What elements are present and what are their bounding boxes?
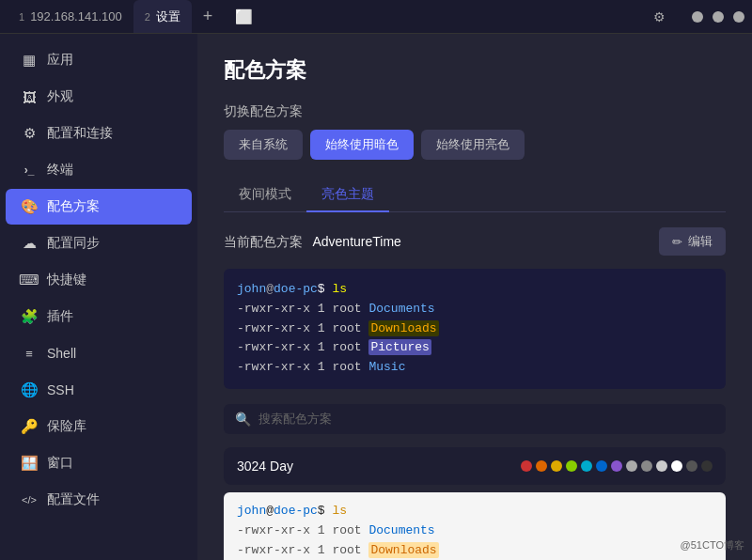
content-area: 配色方案 切换配色方案 来自系统 始终使用暗色 始终使用亮色 夜间模式 亮色主题… — [197, 34, 752, 560]
sidebar-item-vault-label: 保险库 — [47, 418, 86, 435]
plugins-icon: 🧩 — [21, 308, 38, 325]
tab-1-label: 192.168.141.100 — [30, 9, 122, 23]
switch-always-light[interactable]: 始终使用亮色 — [421, 130, 525, 160]
terminal-preview-dark: john@doe-pc$ ls -rwxr-xr-x 1 root Docume… — [224, 269, 726, 389]
switch-from-system[interactable]: 来自系统 — [224, 130, 303, 160]
titlebar: 1 192.168.141.100 2 设置 + ⬜ ⚙ − □ ✕ — [0, 0, 752, 34]
scheme-card-3024day[interactable]: 3024 Day — [224, 447, 726, 485]
dot-lgray — [626, 460, 637, 472]
terminal-preview-light: john@doe-pc$ ls -rwxr-xr-x 1 root Docume… — [224, 492, 726, 560]
switch-always-dark[interactable]: 始终使用暗色 — [310, 130, 414, 160]
sidebar-item-appearance-label: 外观 — [47, 88, 73, 105]
sidebar-item-shell[interactable]: ≡ Shell — [6, 335, 192, 371]
sidebar: ▦ 应用 🖼 外观 ⚙ 配置和连接 ›_ 终端 🎨 配色方案 ☁ 配置同步 ⌨ … — [0, 34, 197, 560]
sidebar-item-terminal[interactable]: ›_ 终端 — [6, 152, 192, 188]
watermark: @51CTO博客 — [681, 538, 744, 552]
lt-user: john — [237, 504, 266, 518]
theme-tabs: 夜间模式 亮色主题 — [224, 179, 726, 212]
switch-section-label: 切换配色方案 — [224, 103, 726, 120]
current-scheme-info: 当前配色方案 AdventureTime — [224, 233, 401, 251]
edit-button[interactable]: ✏ 编辑 — [659, 227, 726, 256]
sidebar-item-shortcuts[interactable]: ⌨ 快捷键 — [6, 262, 192, 298]
titlebar-icons: ⚙ − □ ✕ — [653, 9, 744, 24]
sidebar-item-colorscheme[interactable]: 🎨 配色方案 — [6, 189, 192, 225]
color-dots — [521, 460, 713, 472]
search-icon: 🔍 — [235, 412, 251, 427]
sidebar-item-ssh-label: SSH — [47, 382, 74, 397]
search-input[interactable] — [258, 412, 714, 426]
sidebar-item-sync-label: 配置同步 — [47, 235, 100, 252]
dot-green — [566, 460, 577, 472]
sidebar-item-vault[interactable]: 🔑 保险库 — [6, 409, 192, 444]
sidebar-item-plugins-label: 插件 — [47, 308, 73, 325]
shell-icon: ≡ — [21, 345, 38, 362]
current-scheme-label: 当前配色方案 — [224, 234, 303, 249]
dot-cyan — [581, 460, 592, 472]
window-controls: − □ ✕ — [692, 11, 744, 23]
tab-night-mode[interactable]: 夜间模式 — [224, 179, 306, 212]
sidebar-item-apps-label: 应用 — [47, 52, 73, 69]
close-button[interactable]: ✕ — [733, 11, 744, 23]
tab-light-theme[interactable]: 亮色主题 — [306, 179, 389, 212]
gear-icon[interactable]: ⚙ — [653, 9, 666, 24]
edit-label: 编辑 — [688, 233, 713, 250]
dot-red — [521, 460, 532, 472]
dot-orange — [536, 460, 547, 472]
sync-icon: ☁ — [21, 235, 38, 252]
sidebar-item-terminal-label: 终端 — [47, 162, 73, 179]
sidebar-item-configfile[interactable]: </> 配置文件 — [6, 482, 192, 518]
minimize-button[interactable]: − — [692, 11, 703, 23]
sidebar-item-colorscheme-label: 配色方案 — [47, 198, 100, 215]
scheme-card-name: 3024 Day — [237, 459, 293, 474]
dot-gray — [641, 460, 652, 472]
tab-2-label: 设置 — [156, 8, 180, 25]
apps-icon: ▦ — [21, 52, 38, 69]
dot-blue — [596, 460, 607, 472]
sidebar-item-plugins[interactable]: 🧩 插件 — [6, 299, 192, 334]
sidebar-item-shortcuts-label: 快捷键 — [47, 272, 86, 288]
dot-black — [701, 460, 713, 472]
current-scheme-name: AdventureTime — [312, 234, 400, 249]
sidebar-item-configfile-label: 配置文件 — [47, 491, 100, 508]
vault-icon: 🔑 — [21, 418, 38, 435]
dot-dgray — [686, 460, 697, 472]
colorscheme-icon: 🎨 — [21, 198, 38, 215]
windows-icon[interactable]: ⬜ — [224, 0, 264, 33]
sidebar-item-config-label: 配置和连接 — [47, 125, 113, 142]
sidebar-item-sync[interactable]: ☁ 配置同步 — [6, 226, 192, 261]
maximize-button[interactable]: □ — [713, 11, 724, 23]
config-icon: ⚙ — [21, 125, 38, 142]
tab-1-num: 1 — [19, 11, 24, 23]
dot-silver — [656, 460, 667, 472]
switch-row: 来自系统 始终使用暗色 始终使用亮色 — [224, 130, 726, 160]
window-icon: 🪟 — [21, 455, 38, 472]
page-title: 配色方案 — [224, 56, 726, 85]
sidebar-item-appearance[interactable]: 🖼 外观 — [6, 79, 192, 115]
search-row: 🔍 — [224, 404, 726, 434]
sidebar-item-config[interactable]: ⚙ 配置和连接 — [6, 116, 192, 151]
tab-2-num: 2 — [145, 11, 150, 23]
sidebar-item-window-label: 窗口 — [47, 455, 73, 472]
tab-2[interactable]: 2 设置 — [133, 0, 192, 33]
current-scheme-row: 当前配色方案 AdventureTime ✏ 编辑 — [224, 227, 726, 256]
sidebar-item-ssh[interactable]: 🌐 SSH — [6, 372, 192, 408]
edit-pencil-icon: ✏ — [672, 235, 682, 249]
main-layout: ▦ 应用 🖼 外观 ⚙ 配置和连接 ›_ 终端 🎨 配色方案 ☁ 配置同步 ⌨ … — [0, 34, 752, 560]
sidebar-item-apps[interactable]: ▦ 应用 — [6, 42, 192, 78]
configfile-icon: </> — [21, 491, 38, 508]
dot-white — [671, 460, 682, 472]
sidebar-item-shell-label: Shell — [47, 346, 76, 361]
shortcuts-icon: ⌨ — [21, 272, 38, 288]
tab-1[interactable]: 1 192.168.141.100 — [8, 0, 133, 33]
ssh-icon: 🌐 — [21, 381, 38, 398]
add-tab-button[interactable]: + — [192, 0, 225, 33]
appearance-icon: 🖼 — [21, 88, 38, 105]
dot-purple — [611, 460, 622, 472]
dot-yellow — [551, 460, 562, 472]
terminal-icon: ›_ — [21, 162, 38, 179]
sidebar-item-window[interactable]: 🪟 窗口 — [6, 445, 192, 481]
terminal-user: john — [237, 282, 266, 296]
